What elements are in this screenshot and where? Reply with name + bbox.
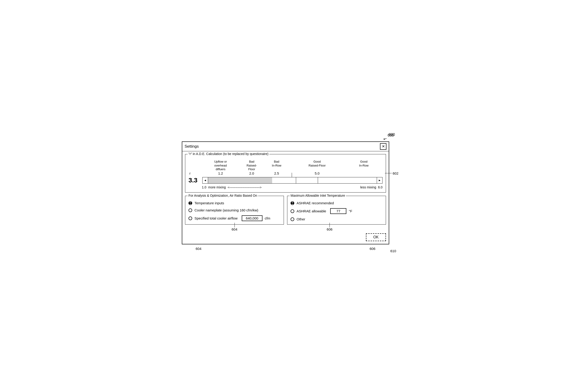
ref-602: 602 — [385, 171, 399, 175]
radio-specified[interactable]: Specified total cooler airflow 640,000 c… — [188, 215, 280, 221]
col-header-1: Upflow oroverheaddiffuers — [202, 160, 239, 172]
val-col2: 2.0 — [239, 171, 264, 175]
radio-other-circle[interactable] — [291, 217, 294, 221]
ref-606: 606 — [327, 223, 332, 231]
radio-cooler[interactable]: Cooler nameplate (assuming 160 cfm/kw) — [188, 208, 280, 212]
radio-ashrae-rec-label: ASHRAE recommended — [297, 201, 334, 205]
r-value: 3.3 — [188, 177, 200, 184]
val-col4: 5.0 — [289, 171, 345, 175]
max-temp-radio-group: ASHRAE recommended ASHRAE allowable °F — [291, 198, 383, 221]
air-ratio-label: For Analysis & Optimization, Air Ratio B… — [187, 194, 258, 197]
dialog-body: "r" in A.D.E. Calculation (to be replace… — [182, 151, 389, 244]
slider-right-arrow[interactable]: ► — [377, 177, 382, 183]
ref-600-arrow: ↙ — [383, 136, 388, 142]
col-header-3: BadIn-Row — [264, 160, 289, 172]
radio-temp-inputs[interactable]: Temperature inputs — [188, 201, 280, 205]
radio-ashrae-rec-circle[interactable] — [291, 201, 294, 205]
radio-other-label: Other — [297, 217, 305, 221]
slider-container[interactable]: ◄ ► — [202, 177, 383, 183]
val-col3: 2.5 — [264, 171, 289, 175]
radio-ashrae-all-label: ASHRAE allowable — [297, 209, 326, 213]
settings-dialog: Settings ✕ "r" in A.D.E. Calculation (to… — [182, 141, 389, 245]
max-temp-label: Maximum Allowable Inlet Temperature — [290, 194, 346, 197]
scale-max: 6.0 — [378, 185, 383, 189]
airflow-input[interactable]: 640,000 — [242, 215, 262, 221]
col-header-5: GoodIn-Row — [345, 160, 383, 172]
ref-604-bottom: 604 — [196, 247, 201, 251]
val-col1: 1.2 — [202, 171, 239, 175]
val-col5 — [345, 171, 383, 175]
ok-button[interactable]: OK — [366, 233, 386, 241]
ok-button-row: OK — [185, 233, 386, 241]
r-label: r — [188, 171, 202, 175]
scale-min: 1.0 — [202, 185, 206, 189]
max-temp-section: Maximum Allowable Inlet Temperature ASHR… — [287, 196, 386, 224]
close-button[interactable]: ✕ — [380, 143, 386, 150]
ref-606-bottom: 606 — [370, 247, 375, 251]
radio-ashrae-all[interactable]: ASHRAE allowable °F — [291, 208, 383, 214]
ade-section-label: "r" in A.D.E. Calculation (to be replace… — [187, 152, 269, 156]
temp-input[interactable] — [330, 208, 346, 214]
radio-ashrae-all-circle[interactable] — [291, 209, 294, 213]
radio-temp-circle[interactable] — [188, 201, 192, 205]
more-mixing-label: more mixing — [208, 185, 226, 189]
dialog-title: Settings — [185, 144, 199, 149]
less-mixing-label: less mixing — [360, 185, 376, 189]
dialog-titlebar: Settings ✕ — [182, 142, 389, 151]
temp-unit: °F — [349, 209, 352, 213]
radio-specified-label: Specified total cooler airflow — [195, 216, 238, 220]
radio-other[interactable]: Other — [291, 217, 383, 221]
slider-track[interactable] — [208, 177, 377, 183]
air-ratio-section: For Analysis & Optimization, Air Ratio B… — [185, 196, 284, 224]
radio-ashrae-rec[interactable]: ASHRAE recommended — [291, 201, 383, 205]
radio-temp-label: Temperature inputs — [195, 201, 224, 205]
radio-cooler-label: Cooler nameplate (assuming 160 cfm/kw) — [195, 208, 258, 212]
slider-left-arrow[interactable]: ◄ — [202, 177, 208, 183]
ref-610: 610 — [390, 249, 396, 253]
ref-600: 600 — [389, 133, 395, 137]
radio-specified-circle[interactable] — [188, 216, 192, 220]
radio-cooler-circle[interactable] — [188, 209, 192, 212]
bottom-refs: 604 606 610 — [182, 247, 389, 251]
bottom-sections: For Analysis & Optimization, Air Ratio B… — [185, 196, 386, 228]
scale-arrow: <---------------------------------------… — [228, 186, 358, 189]
col-header-4: GoodRaised-Floor — [289, 160, 345, 172]
col-header-2: BadRaised-Floor — [239, 160, 264, 172]
airflow-unit: cfm — [265, 216, 270, 220]
ade-section: "r" in A.D.E. Calculation (to be replace… — [185, 154, 386, 193]
ref-604: 604 — [232, 223, 237, 231]
air-ratio-radio-group: Temperature inputs Cooler nameplate (ass… — [188, 198, 280, 221]
scale-row: 1.0 more mixing <-----------------------… — [202, 185, 383, 189]
